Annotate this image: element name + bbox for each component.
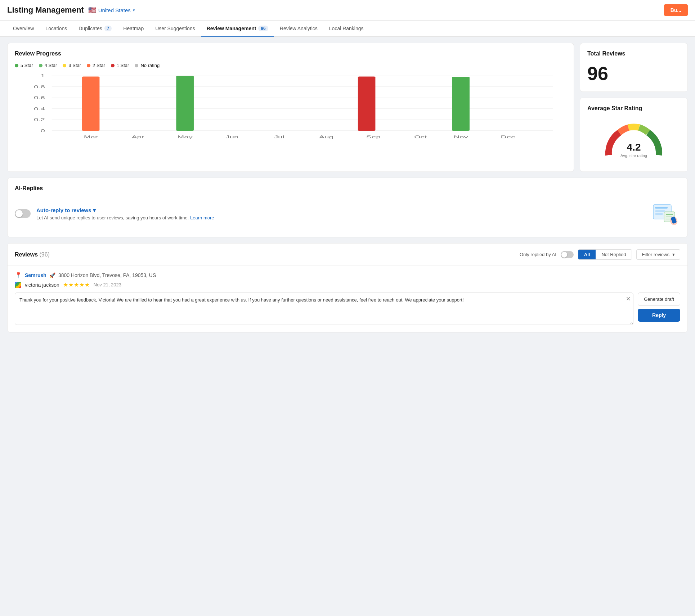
header-left: Listing Management 🇺🇸 United States ▾ xyxy=(7,5,135,15)
svg-text:1: 1 xyxy=(41,73,45,78)
location-pin-icon: 📍 xyxy=(15,272,22,278)
total-reviews-title: Total Reviews xyxy=(587,50,680,57)
svg-text:Mar: Mar xyxy=(84,135,98,139)
reply-button[interactable]: Reply xyxy=(638,309,680,322)
legend-norating: No rating xyxy=(135,63,160,68)
svg-rect-15 xyxy=(452,77,470,131)
total-reviews-card: Total Reviews 96 xyxy=(580,43,688,92)
avg-rating-title: Average Star Rating xyxy=(587,105,680,112)
reply-box: Thank you for your positive feedback, Vi… xyxy=(15,293,680,326)
star-rating: ★★★★★ xyxy=(63,281,90,288)
buy-button[interactable]: Bu... xyxy=(664,4,688,16)
svg-text:Avg. star rating: Avg. star rating xyxy=(620,153,647,158)
main-content: Review Progress 5 Star 4 Star 3 Star 2 xyxy=(0,37,695,338)
ai-replies-card: AI-Replies Auto-reply to reviews ▾ Let A… xyxy=(7,178,688,237)
legend-dot-2star xyxy=(87,64,90,67)
legend-dot-3star xyxy=(63,64,66,67)
reviews-title: Reviews (96) xyxy=(15,251,50,258)
country-selector[interactable]: 🇺🇸 United States ▾ xyxy=(88,6,135,14)
ai-replies-title: AI-Replies xyxy=(15,185,680,192)
right-column: Total Reviews 96 Average Star Rating xyxy=(580,43,688,172)
filter-not-replied[interactable]: Not Replied xyxy=(596,250,632,259)
legend-label-norating: No rating xyxy=(140,63,160,68)
tab-local-rankings[interactable]: Local Rankings xyxy=(323,21,369,37)
legend-1star: 1 Star xyxy=(111,63,129,68)
legend-5star: 5 Star xyxy=(15,63,33,68)
svg-text:0.8: 0.8 xyxy=(34,85,45,89)
filter-reviews-label: Filter reviews xyxy=(642,252,669,257)
tab-duplicates[interactable]: Duplicates 7 xyxy=(73,21,117,37)
review-management-badge: 96 xyxy=(258,26,268,31)
svg-rect-13 xyxy=(176,76,194,131)
reply-actions: Generate draft Reply xyxy=(638,293,680,322)
filter-reviews-dropdown[interactable]: Filter reviews ▾ xyxy=(636,249,680,260)
tab-locations[interactable]: Locations xyxy=(40,21,73,37)
close-reply-button[interactable]: ✕ xyxy=(626,295,631,302)
toggle-knob xyxy=(15,210,23,217)
legend-dot-norating xyxy=(135,64,138,67)
svg-text:Jun: Jun xyxy=(225,135,238,139)
top-row: Review Progress 5 Star 4 Star 3 Star 2 xyxy=(7,43,688,172)
learn-more-link[interactable]: Learn more xyxy=(190,215,214,220)
chevron-down-icon: ▾ xyxy=(93,207,96,214)
reviews-header: Reviews (96) Only replied by AI All Not … xyxy=(8,244,687,266)
chart-legend: 5 Star 4 Star 3 Star 2 Star 1 Star xyxy=(15,63,566,68)
chart-svg: 1 0.8 0.6 0.4 0.2 0 Mar xyxy=(15,72,566,144)
svg-rect-29 xyxy=(655,207,668,209)
svg-text:May: May xyxy=(178,135,193,139)
svg-text:Jul: Jul xyxy=(274,135,284,139)
svg-rect-30 xyxy=(655,210,665,212)
tab-heatmap[interactable]: Heatmap xyxy=(117,21,149,37)
review-date: Nov 21, 2023 xyxy=(94,282,121,287)
location-address: 3800 Horizon Blvd, Trevose, PA, 19053, U… xyxy=(58,272,156,278)
review-progress-card: Review Progress 5 Star 4 Star 3 Star 2 xyxy=(7,43,574,172)
reply-textarea[interactable]: Thank you for your positive feedback, Vi… xyxy=(15,293,633,325)
review-meta: victoria jackson ★★★★★ Nov 21, 2023 xyxy=(15,281,680,288)
svg-rect-31 xyxy=(655,213,663,215)
flag-icon: 🇺🇸 xyxy=(88,6,96,14)
tab-review-management[interactable]: Review Management 96 xyxy=(201,21,274,37)
ai-replies-inner: Auto-reply to reviews ▾ Let AI send uniq… xyxy=(15,197,680,230)
toggle-small-knob xyxy=(561,252,567,258)
svg-text:Aug: Aug xyxy=(319,135,333,139)
tab-review-analytics[interactable]: Review Analytics xyxy=(274,21,323,37)
business-name[interactable]: Semrush xyxy=(25,272,46,278)
ai-text-block: Auto-reply to reviews ▾ Let AI send uniq… xyxy=(36,207,646,220)
ai-description: Let AI send unique replies to user revie… xyxy=(36,215,646,220)
auto-reply-link[interactable]: Auto-reply to reviews ▾ xyxy=(36,207,646,214)
filter-all[interactable]: All xyxy=(578,250,596,259)
chevron-down-icon: ▾ xyxy=(672,252,675,257)
legend-label-4star: 4 Star xyxy=(45,63,57,68)
svg-rect-12 xyxy=(82,76,100,130)
country-label: United States xyxy=(98,7,131,13)
page-title: Listing Management xyxy=(7,5,84,15)
svg-rect-14 xyxy=(358,76,376,130)
filter-tabs: All Not Replied xyxy=(578,249,632,260)
legend-dot-4star xyxy=(39,64,42,67)
google-icon xyxy=(15,282,21,288)
svg-text:0.4: 0.4 xyxy=(34,106,45,111)
svg-text:Apr: Apr xyxy=(131,135,144,139)
svg-text:4.2: 4.2 xyxy=(627,142,641,153)
legend-label-2star: 2 Star xyxy=(93,63,105,68)
svg-text:0.2: 0.2 xyxy=(34,117,45,122)
legend-dot-5star xyxy=(15,64,18,67)
legend-3star: 3 Star xyxy=(63,63,81,68)
review-progress-title: Review Progress xyxy=(15,50,566,57)
gauge-svg: 4.2 Avg. star rating xyxy=(601,121,666,161)
avg-rating-card: Average Star Rating xyxy=(580,98,688,172)
svg-text:0.6: 0.6 xyxy=(34,95,45,100)
total-reviews-count: 96 xyxy=(587,63,680,84)
svg-text:0: 0 xyxy=(41,128,45,133)
only-ai-toggle[interactable] xyxy=(561,251,574,258)
tab-user-suggestions[interactable]: User Suggestions xyxy=(149,21,201,37)
reviews-count: (96) xyxy=(40,251,50,258)
rocket-icon: 🚀 xyxy=(49,272,55,278)
legend-label-1star: 1 Star xyxy=(117,63,129,68)
legend-dot-1star xyxy=(111,64,115,67)
ai-toggle[interactable] xyxy=(15,209,31,218)
tab-overview[interactable]: Overview xyxy=(7,21,40,37)
reply-textarea-wrapper: Thank you for your positive feedback, Vi… xyxy=(15,293,633,326)
ai-illustration xyxy=(651,201,680,226)
generate-draft-button[interactable]: Generate draft xyxy=(638,293,680,306)
